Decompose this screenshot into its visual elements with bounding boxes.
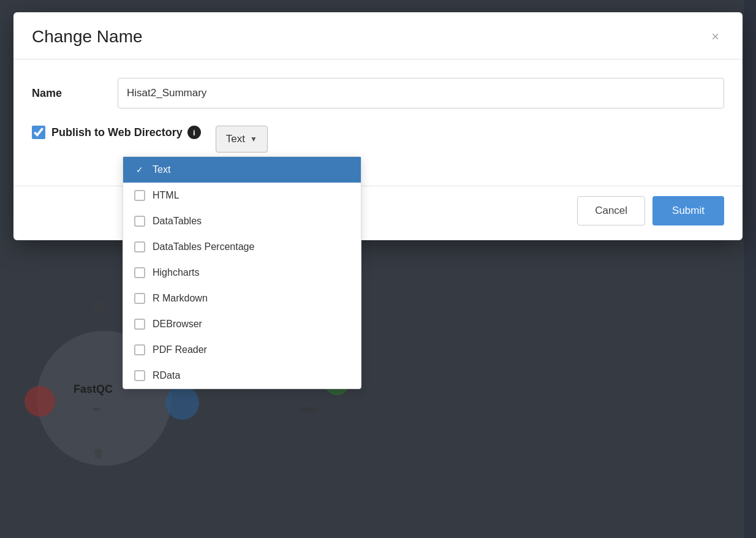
submit-button[interactable]: Submit — [652, 196, 724, 225]
publish-label: Publish to Web Directory — [51, 126, 183, 139]
dropdown-arrow-icon: ▼ — [250, 135, 257, 143]
name-label: Name — [32, 87, 105, 100]
dropdown-item-label: DataTables — [153, 216, 202, 227]
dropdown-item-pdf-reader[interactable]: PDF Reader — [123, 337, 361, 363]
dropdown-item-label: Highcharts — [153, 267, 199, 278]
checkbox-r-markdown — [134, 293, 145, 304]
modal-title: Change Name — [32, 27, 143, 47]
publish-checkbox-wrap: Publish to Web Directory i — [32, 126, 201, 139]
publish-checkbox[interactable] — [32, 126, 45, 139]
dropdown-item-rdata[interactable]: RData — [123, 363, 361, 388]
dropdown-item-label: HTML — [153, 190, 180, 201]
dropdown-selected-label: Text — [226, 133, 245, 145]
checkbox-pdf-reader — [134, 344, 145, 355]
dropdown-item-label: Text — [153, 164, 170, 175]
dropdown-menu: ✓ Text HTML DataTables — [123, 156, 361, 389]
checkbox-debrowser — [134, 319, 145, 330]
dropdown-item-highcharts[interactable]: Highcharts — [123, 260, 361, 286]
modal-header: Change Name × — [13, 12, 743, 59]
modal-body: Name Publish to Web Directory i Text ▼ — [13, 59, 743, 186]
check-icon: ✓ — [134, 164, 145, 175]
dropdown-item-label: RData — [153, 370, 180, 381]
type-dropdown-button[interactable]: Text ▼ — [216, 126, 268, 153]
checkbox-html — [134, 190, 145, 201]
checkbox-datatables-percentage — [134, 241, 145, 252]
dropdown-item-datatables-percentage[interactable]: DataTables Percentage — [123, 234, 361, 260]
dropdown-item-html[interactable]: HTML — [123, 183, 361, 208]
dropdown-item-label: R Markdown — [153, 293, 208, 304]
name-row: Name — [32, 78, 724, 108]
dropdown-item-label: PDF Reader — [153, 344, 207, 355]
checkbox-rdata — [134, 370, 145, 381]
publish-row: Publish to Web Directory i Text ▼ ✓ Text — [32, 126, 724, 153]
dropdown-item-text[interactable]: ✓ Text — [123, 157, 361, 183]
name-input[interactable] — [118, 78, 724, 108]
checkbox-highcharts — [134, 267, 145, 278]
dropdown-item-label: DataTables Percentage — [153, 241, 254, 252]
dropdown-item-debrowser[interactable]: DEBrowser — [123, 311, 361, 337]
checkbox-datatables — [134, 216, 145, 227]
close-button[interactable]: × — [706, 28, 724, 46]
cancel-button[interactable]: Cancel — [577, 196, 645, 225]
modal-overlay: Change Name × Name Publish to Web Direct… — [0, 0, 756, 538]
info-icon: i — [187, 126, 201, 139]
modal-dialog: Change Name × Name Publish to Web Direct… — [13, 12, 743, 240]
dropdown-item-datatables[interactable]: DataTables — [123, 208, 361, 234]
dropdown-item-r-markdown[interactable]: R Markdown — [123, 286, 361, 311]
dropdown-item-label: DEBrowser — [153, 319, 202, 330]
